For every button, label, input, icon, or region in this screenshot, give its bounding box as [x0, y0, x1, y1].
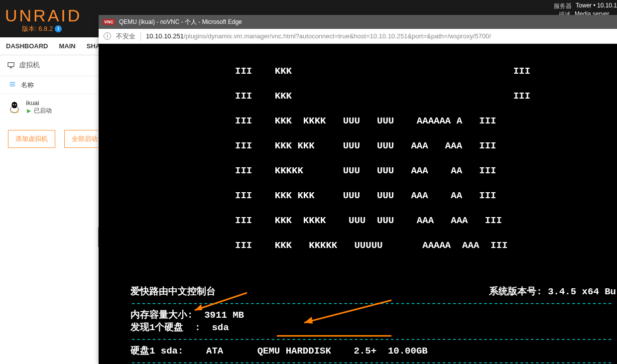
list-icon — [9, 81, 16, 89]
disk-found-line: 发现1个硬盘 : sda — [130, 322, 617, 334]
svg-point-11 — [15, 105, 15, 105]
monitor-icon — [7, 61, 15, 69]
nav-dashboard[interactable]: DASHBOARD — [6, 42, 48, 50]
disk-info-line: 硬盘1 sda: ATA QEMU HARDDISK 2.5+ 10.00GB — [130, 345, 617, 358]
add-vm-button[interactable]: 添加虚拟机 — [8, 130, 55, 148]
url-host: 10.10.10.251 — [146, 32, 184, 40]
divider: ----------------------------------------… — [130, 358, 617, 364]
vm-name: ikuai — [26, 99, 52, 107]
tab-vm-label: 虚拟机 — [19, 61, 40, 70]
svg-rect-0 — [8, 62, 14, 66]
vnc-console[interactable]: III KKK III III KKK III III KKK KKKK UUU… — [99, 44, 617, 364]
col-name[interactable]: 名称 — [21, 81, 34, 90]
security-icon[interactable]: i — [104, 32, 111, 40]
edge-titlebar[interactable]: VNC QEMU (ikuai) - noVNC - 个人 - Microsof… — [99, 15, 617, 29]
tab-virtual-machines[interactable]: 虚拟机 — [7, 55, 40, 76]
vnc-icon: VNC — [103, 19, 115, 25]
mem-line: 内存容量大小: 3911 MB — [130, 309, 617, 322]
info-icon[interactable]: i — [55, 25, 62, 32]
url-path: /plugins/dynamix.vm.manager/vnc.html?aut… — [184, 32, 491, 40]
server-label: 服务器 — [554, 2, 572, 10]
linux-icon — [8, 101, 21, 114]
vm-status: 已启动 — [34, 107, 52, 115]
security-status: 不安全 — [116, 32, 141, 41]
svg-point-7 — [11, 102, 17, 108]
server-value: Tower • 10.10.1 — [576, 2, 617, 10]
edge-title-text: QEMU (ikuai) - noVNC - 个人 - Microsoft Ed… — [119, 18, 242, 26]
ascii-logo: III KKK III III KKK III III KKK KKKK UUU… — [130, 53, 617, 277]
edge-addressbar[interactable]: i 不安全 10.10.10.251/plugins/dynamix.vm.ma… — [99, 29, 617, 44]
divider: ----------------------------------------… — [130, 298, 617, 309]
console-title: 爱快路由中文控制台 — [130, 286, 216, 298]
url-text: 10.10.10.251/plugins/dynamix.vm.manager/… — [146, 32, 491, 40]
nav-main[interactable]: MAIN — [59, 42, 76, 50]
annotation-underline — [277, 335, 391, 337]
play-icon: ▶ — [27, 108, 31, 114]
edge-window: VNC QEMU (ikuai) - noVNC - 个人 - Microsof… — [99, 15, 617, 364]
svg-point-10 — [13, 105, 14, 105]
console-version: 系统版本号: 3.4.5 x64 Bu — [489, 286, 617, 298]
version-text: 版本: 6.8.2 — [22, 24, 53, 33]
